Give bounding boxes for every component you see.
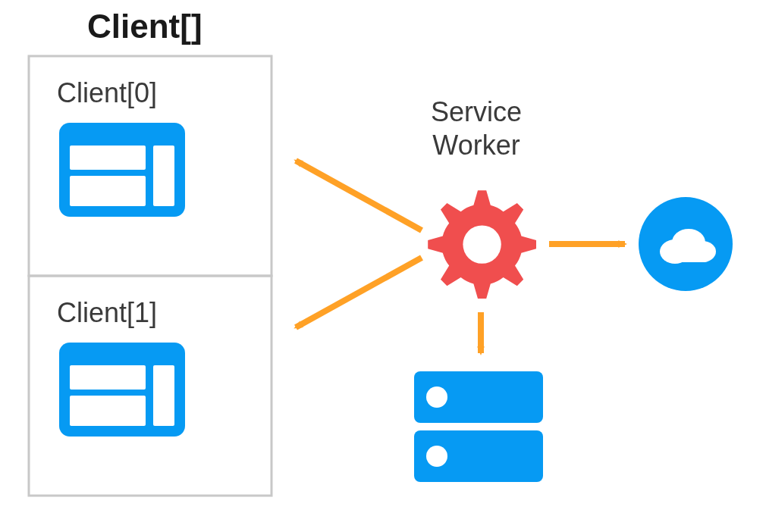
client-0-box: Client[0] xyxy=(29,56,272,276)
arrow-sw-to-client0 xyxy=(296,161,422,230)
svg-rect-7 xyxy=(70,365,146,390)
svg-rect-9 xyxy=(153,365,174,426)
browser-window-icon xyxy=(59,123,185,217)
arrow-sw-to-client1 xyxy=(296,258,422,327)
svg-rect-2 xyxy=(70,146,146,170)
browser-window-icon xyxy=(59,343,185,437)
svg-point-12 xyxy=(426,386,447,408)
service-worker-architecture-diagram: Client[] Client[0] Client[1] xyxy=(0,0,766,532)
client-1-box: Client[1] xyxy=(29,276,272,496)
svg-point-14 xyxy=(426,446,447,467)
gear-icon xyxy=(428,190,536,299)
client-0-label: Client[0] xyxy=(57,77,157,108)
cloud-icon xyxy=(639,197,733,291)
diagram-title: Client[] xyxy=(87,8,202,45)
clients-container: Client[0] Client[1] xyxy=(29,56,272,496)
svg-rect-4 xyxy=(153,146,174,206)
service-worker-label: Service Worker xyxy=(431,96,522,161)
client-1-label: Client[1] xyxy=(57,297,157,328)
svg-rect-3 xyxy=(70,176,146,206)
svg-point-10 xyxy=(463,225,501,263)
svg-rect-8 xyxy=(70,396,146,426)
svg-rect-19 xyxy=(664,249,711,262)
service-worker-label-line1: Service xyxy=(431,96,522,127)
service-worker-label-line2: Worker xyxy=(432,130,520,161)
database-server-icon xyxy=(414,371,543,482)
